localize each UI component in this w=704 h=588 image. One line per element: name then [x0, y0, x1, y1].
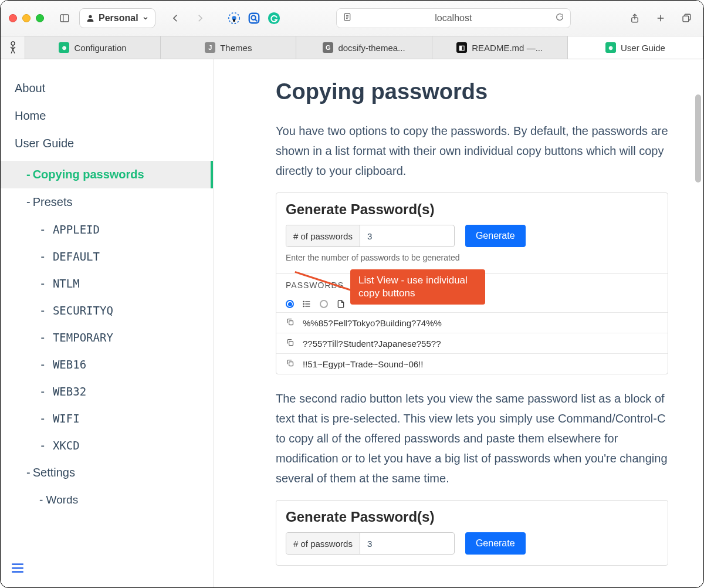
extension-privacy-icon[interactable] — [227, 11, 241, 25]
extension-search-icon[interactable] — [247, 11, 261, 25]
profile-selector[interactable]: Personal — [79, 8, 155, 28]
tab-label: docsify-themea... — [338, 43, 405, 53]
tab-favicon: J — [205, 42, 215, 53]
annotation-callout: List View - use individual copy buttons — [350, 269, 485, 305]
sidebar-item-copying-passwords[interactable]: -Copying passwords — [1, 161, 213, 188]
hint-text: Enter the number of passwords to be gene… — [286, 253, 658, 262]
svg-point-29 — [303, 301, 304, 302]
close-window-button[interactable] — [9, 14, 17, 22]
tab-themes[interactable]: J Themes — [161, 36, 296, 59]
password-text: !!51~Egypt~Trade~Sound~06!! — [303, 359, 423, 369]
generate-button[interactable]: Generate — [465, 532, 526, 555]
password-row: ??55?Till?Student?Japanese?55?? — [276, 333, 668, 353]
copy-icon[interactable] — [286, 338, 295, 349]
sidebar-preset-temporary[interactable]: - TEMPORARY — [1, 324, 213, 351]
list-view-radio[interactable] — [286, 300, 294, 308]
sidebar-preset-wifi[interactable]: - WIFI — [1, 405, 213, 432]
tab-label: README.md —... — [472, 43, 543, 53]
sidebar-preset-ntlm[interactable]: - NTLM — [1, 270, 213, 297]
svg-rect-5 — [249, 13, 259, 23]
tab-favicon: G — [323, 42, 333, 53]
panel-title: Generate Password(s) — [286, 509, 658, 525]
second-paragraph: The second radio button lets you view th… — [276, 388, 668, 488]
tab-label: User Guide — [621, 43, 665, 53]
pinned-tab[interactable] — [1, 36, 25, 59]
svg-line-7 — [255, 19, 257, 22]
sidebar-preset-web32[interactable]: - WEB32 — [1, 378, 213, 405]
sidebar: About Home User Guide -Copying passwords… — [1, 59, 214, 588]
reload-icon[interactable] — [555, 12, 564, 24]
tab-docsify[interactable]: G docsify-themea... — [296, 36, 432, 59]
svg-point-2 — [89, 15, 92, 18]
block-view-radio[interactable] — [320, 300, 328, 308]
sidebar-item-label: Settings — [33, 466, 75, 479]
generate-panel-1: Generate Password(s) # of passwords 3 Ge… — [276, 192, 668, 374]
svg-rect-34 — [289, 362, 293, 366]
new-tab-button[interactable] — [652, 9, 669, 27]
password-row: !!51~Egypt~Trade~Sound~06!! — [276, 353, 668, 374]
sidebar-item-user-guide[interactable]: User Guide — [1, 130, 213, 157]
svg-line-22 — [13, 49, 15, 53]
tabs-overview-button[interactable] — [678, 9, 695, 27]
password-text: %%85?Fell?Tokyo?Building?74%% — [303, 318, 442, 328]
sidebar-item-presets[interactable]: -Presets — [1, 188, 213, 216]
tab-favicon: ☻ — [59, 42, 69, 53]
minimize-window-button[interactable] — [22, 14, 31, 22]
sidebar-item-settings[interactable]: -Settings — [1, 459, 213, 486]
tab-user-guide[interactable]: ☻ User Guide — [568, 36, 703, 59]
forward-button[interactable] — [189, 8, 211, 29]
password-row: %%85?Fell?Tokyo?Building?74%% — [276, 312, 668, 333]
copy-icon[interactable] — [286, 317, 295, 328]
svg-rect-0 — [60, 15, 69, 22]
input-label: # of passwords — [286, 225, 360, 246]
input-value: 3 — [360, 533, 454, 554]
address-text: localhost — [435, 13, 472, 23]
intro-paragraph: You have two options to copy the passwor… — [276, 121, 668, 181]
tab-favicon: ☻ — [605, 42, 616, 53]
svg-rect-32 — [289, 321, 293, 325]
menu-toggle-button[interactable] — [10, 560, 25, 578]
sidebar-preset-xkcd[interactable]: - XKCD — [1, 432, 213, 459]
reader-mode-icon[interactable] — [343, 12, 352, 24]
tab-configuration[interactable]: ☻ Configuration — [25, 36, 161, 59]
browser-toolbar: Personal localhost — [1, 1, 703, 36]
extension-grammarly-icon[interactable] — [267, 11, 281, 25]
window-controls — [9, 14, 44, 22]
document-icon — [336, 299, 346, 309]
svg-point-8 — [268, 12, 280, 24]
maximize-window-button[interactable] — [36, 14, 44, 22]
sidebar-item-label: Copying passwords — [33, 168, 144, 181]
tab-readme[interactable]: ◧ README.md —... — [432, 36, 568, 59]
svg-point-6 — [251, 15, 255, 19]
sidebar-item-label: Presets — [33, 195, 73, 208]
password-count-input[interactable]: # of passwords 3 — [286, 225, 455, 247]
list-icon — [302, 299, 312, 309]
sidebar-preset-appleid[interactable]: - APPLEID — [1, 216, 213, 243]
tab-label: Configuration — [74, 43, 126, 53]
sidebar-toggle-button[interactable] — [56, 9, 73, 27]
svg-rect-16 — [683, 16, 689, 22]
generate-button[interactable]: Generate — [465, 225, 526, 247]
sidebar-item-words[interactable]: - Words — [1, 486, 213, 513]
share-button[interactable] — [626, 9, 644, 27]
generate-panel-2: Generate Password(s) # of passwords 3 Ge… — [276, 500, 668, 566]
svg-rect-33 — [289, 342, 293, 346]
sidebar-preset-default[interactable]: - DEFAULT — [1, 243, 213, 270]
main-content: Copying passwords You have two options t… — [214, 59, 703, 588]
page-title: Copying passwords — [276, 79, 668, 104]
panel-title: Generate Password(s) — [286, 201, 658, 218]
password-count-input[interactable]: # of passwords 3 — [286, 532, 455, 555]
sidebar-preset-web16[interactable]: - WEB16 — [1, 351, 213, 378]
sidebar-item-about[interactable]: About — [1, 75, 213, 102]
copy-icon[interactable] — [286, 359, 295, 369]
input-label: # of passwords — [286, 533, 360, 554]
sidebar-item-home[interactable]: Home — [1, 102, 213, 130]
back-button[interactable] — [165, 8, 186, 29]
svg-point-30 — [303, 303, 304, 304]
tab-label: Themes — [220, 43, 252, 53]
svg-point-17 — [11, 42, 15, 45]
input-value: 3 — [360, 225, 454, 246]
address-bar[interactable]: localhost — [336, 8, 571, 28]
password-text: ??55?Till?Student?Japanese?55?? — [303, 339, 441, 349]
sidebar-preset-securityq[interactable]: - SECURITYQ — [1, 297, 213, 324]
